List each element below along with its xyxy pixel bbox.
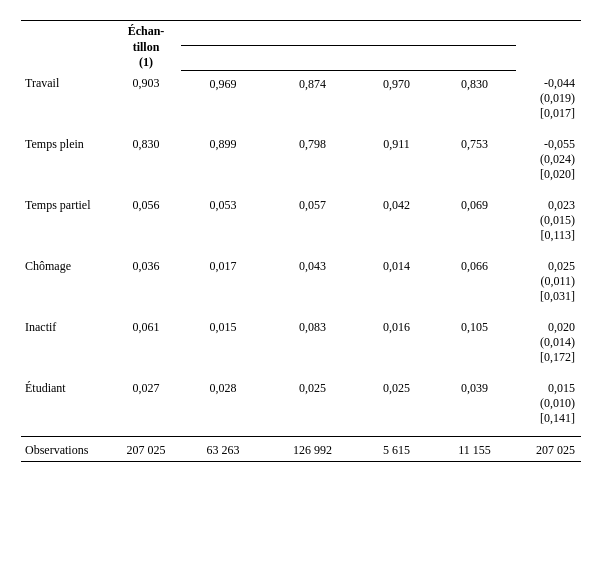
table-row: Observations207 02563 263126 9925 61511 … bbox=[21, 437, 581, 462]
cell-dd: 207 025 bbox=[516, 437, 581, 462]
table-row: Temps plein0,8300,8990,7980,9110,753-0,0… bbox=[21, 131, 581, 192]
cell-avant2: 0,016 bbox=[360, 314, 433, 375]
header-echantillon: Échan-tillon (1) bbox=[111, 21, 181, 71]
cell-avant2: 0,970 bbox=[360, 70, 433, 131]
header-n1 bbox=[181, 48, 265, 70]
table-row: Temps partiel0,0560,0530,0570,0420,0690,… bbox=[21, 192, 581, 253]
header-dd bbox=[516, 21, 581, 71]
table-row: Inactif0,0610,0150,0830,0160,1050,020(0,… bbox=[21, 314, 581, 375]
cell-apres2: 0,069 bbox=[433, 192, 516, 253]
cell-dd: 0,025(0,011)[0,031] bbox=[516, 253, 581, 314]
cell-avant1: 63 263 bbox=[181, 437, 265, 462]
cell-category: Travail bbox=[21, 70, 111, 131]
cell-avant1: 0,028 bbox=[181, 375, 265, 437]
cell-avant2: 0,014 bbox=[360, 253, 433, 314]
header-categories bbox=[21, 21, 111, 71]
cell-category: Étudiant bbox=[21, 375, 111, 437]
header-traite bbox=[360, 21, 516, 46]
header-n4 bbox=[433, 48, 516, 70]
header-n2 bbox=[265, 48, 360, 70]
cell-echantillon: 0,056 bbox=[111, 192, 181, 253]
cell-dd: -0,055(0,024)[0,020] bbox=[516, 131, 581, 192]
cell-apres1: 0,874 bbox=[265, 70, 360, 131]
cell-echantillon: 0,027 bbox=[111, 375, 181, 437]
header-n3 bbox=[360, 48, 433, 70]
cell-avant1: 0,899 bbox=[181, 131, 265, 192]
cell-apres2: 0,039 bbox=[433, 375, 516, 437]
cell-avant2: 0,911 bbox=[360, 131, 433, 192]
header-non-traite bbox=[181, 21, 360, 46]
cell-category: Temps partiel bbox=[21, 192, 111, 253]
cell-avant2: 5 615 bbox=[360, 437, 433, 462]
cell-avant2: 0,042 bbox=[360, 192, 433, 253]
cell-apres1: 126 992 bbox=[265, 437, 360, 462]
table-row: Travail0,9030,9690,8740,9700,830-0,044(0… bbox=[21, 70, 581, 131]
cell-apres1: 0,025 bbox=[265, 375, 360, 437]
cell-echantillon: 0,061 bbox=[111, 314, 181, 375]
cell-echantillon: 0,903 bbox=[111, 70, 181, 131]
cell-apres2: 0,105 bbox=[433, 314, 516, 375]
cell-dd: 0,015(0,010)[0,141] bbox=[516, 375, 581, 437]
cell-apres2: 0,830 bbox=[433, 70, 516, 131]
cell-apres2: 0,753 bbox=[433, 131, 516, 192]
cell-avant1: 0,015 bbox=[181, 314, 265, 375]
cell-dd: -0,044(0,019)[0,017] bbox=[516, 70, 581, 131]
cell-dd: 0,020(0,014)[0,172] bbox=[516, 314, 581, 375]
cell-echantillon: 207 025 bbox=[111, 437, 181, 462]
cell-apres2: 0,066 bbox=[433, 253, 516, 314]
cell-avant1: 0,017 bbox=[181, 253, 265, 314]
cell-echantillon: 0,036 bbox=[111, 253, 181, 314]
cell-echantillon: 0,830 bbox=[111, 131, 181, 192]
cell-apres1: 0,057 bbox=[265, 192, 360, 253]
cell-apres1: 0,043 bbox=[265, 253, 360, 314]
cell-apres1: 0,083 bbox=[265, 314, 360, 375]
cell-category: Temps plein bbox=[21, 131, 111, 192]
cell-category: Inactif bbox=[21, 314, 111, 375]
cell-avant2: 0,025 bbox=[360, 375, 433, 437]
cell-apres1: 0,798 bbox=[265, 131, 360, 192]
cell-category: Chômage bbox=[21, 253, 111, 314]
table-row: Chômage0,0360,0170,0430,0140,0660,025(0,… bbox=[21, 253, 581, 314]
cell-avant1: 0,053 bbox=[181, 192, 265, 253]
cell-avant1: 0,969 bbox=[181, 70, 265, 131]
main-table: Échan-tillon (1) bbox=[21, 20, 581, 462]
cell-dd: 0,023(0,015)[0,113] bbox=[516, 192, 581, 253]
cell-apres2: 11 155 bbox=[433, 437, 516, 462]
cell-category: Observations bbox=[21, 437, 111, 462]
table-wrapper: Échan-tillon (1) bbox=[21, 20, 581, 462]
table-row: Étudiant0,0270,0280,0250,0250,0390,015(0… bbox=[21, 375, 581, 437]
